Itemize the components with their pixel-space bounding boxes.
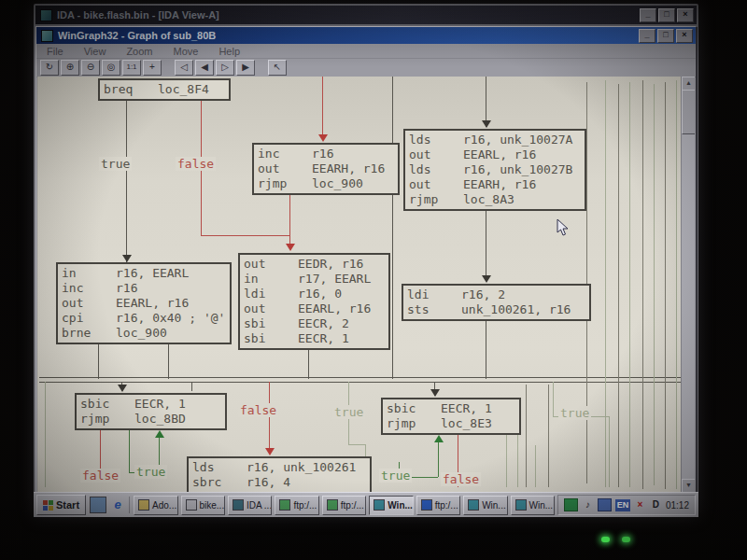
instruction-row: incr16 [258, 147, 394, 161]
zoom-in-button[interactable]: ⊕ [61, 60, 79, 76]
task-app-icon [468, 499, 479, 511]
task-button[interactable]: ftp:/... [322, 496, 366, 515]
operands: r17, EEARL [298, 272, 371, 287]
menu-zoom[interactable]: Zoom [120, 45, 159, 58]
start-button[interactable]: Start [36, 495, 86, 515]
edge-segment [392, 77, 393, 379]
basic-block[interactable]: sbicEECR, 1rjmploc_8E3 [381, 398, 521, 435]
operands: r16, 4 [247, 475, 290, 490]
scrollbar-thumb[interactable] [682, 90, 695, 134]
wingraph-maximize-button[interactable]: □ [657, 29, 674, 43]
basic-block[interactable]: ldsr16, unk_100261sbrcr16, 4 [187, 456, 372, 493]
select-tool-button[interactable]: ↖ [268, 60, 287, 76]
mnemonic: in [62, 266, 116, 281]
mouse-cursor [557, 218, 570, 237]
overview-button[interactable]: ◎ [102, 60, 120, 76]
mnemonic: out [244, 257, 298, 272]
basic-block[interactable]: breqloc_8F4 [98, 78, 231, 101]
task-button[interactable]: IDA ... [228, 496, 272, 515]
instruction-row: outEEARL, r16 [244, 301, 385, 316]
operands: EECR, 1 [441, 401, 492, 416]
basic-block[interactable]: sbicEECR, 1rjmploc_8BD [75, 393, 227, 430]
zoom-out-button[interactable]: ⊖ [81, 60, 100, 76]
basic-block[interactable]: ldir16, 2stsunk_100261, r16 [402, 284, 591, 321]
ida-minimize-button[interactable]: _ [640, 8, 656, 22]
offline-tray-icon[interactable]: × [634, 499, 646, 511]
task-button[interactable]: Ado... [134, 496, 177, 515]
monitor-photo: IDA - bike.flash.bin - [IDA View-A] _ □ … [0, 0, 747, 560]
display-tray-icon[interactable] [598, 498, 612, 511]
operands: r16, 0x40 ; '@' [116, 311, 225, 326]
nav-prev-button[interactable]: ◀ [195, 60, 214, 76]
scroll-down-button[interactable]: ▼ [682, 479, 695, 493]
wingraph-minimize-button[interactable]: _ [639, 29, 655, 43]
basic-block[interactable]: inr16, EEARLincr16outEEARL, r16cpir16, 0… [56, 262, 232, 344]
edge-label: true [379, 469, 412, 483]
edge-segment [98, 344, 99, 379]
scroll-up-button[interactable]: ▲ [682, 77, 695, 91]
operands: loc_8A3 [463, 192, 514, 207]
task-button[interactable]: ftp:/... [275, 496, 318, 515]
desktop-screen: IDA - bike.flash.bin - [IDA View-A] _ □ … [34, 4, 698, 517]
edge-segment [605, 80, 606, 487]
graph-area: breqloc_8F4incr16outEEARH, r16rjmploc_90… [39, 77, 684, 493]
edge-label: false [238, 403, 278, 417]
edge-arrow-icon [122, 255, 132, 262]
mnemonic: sbi [244, 316, 298, 331]
ime-tray-icon[interactable]: D [650, 499, 662, 511]
nav-last-button[interactable]: ▶ [236, 60, 255, 76]
mnemonic: lds [409, 133, 463, 147]
graph-canvas[interactable]: breqloc_8F4incr16outEEARH, r16rjmploc_90… [37, 77, 695, 493]
nav-next-button[interactable]: ▷ [216, 60, 234, 76]
operands: loc_900 [116, 326, 167, 341]
internet-explorer-icon[interactable]: e [110, 497, 125, 512]
menu-file[interactable]: File [40, 45, 70, 58]
task-button[interactable]: ftp:/... [416, 496, 460, 515]
edge-segment [676, 80, 677, 489]
task-app-icon [374, 499, 385, 511]
wingraph-titlebar[interactable]: WinGraph32 - Graph of sub_80B _ □ × [36, 27, 696, 44]
edge-segment [126, 99, 127, 263]
ida-close-button[interactable]: × [677, 8, 694, 22]
edge-segment [665, 82, 666, 489]
ida-maximize-button[interactable]: □ [658, 8, 675, 22]
edge-segment [629, 82, 630, 487]
volume-tray-icon[interactable]: ♪ [582, 499, 594, 511]
mnemonic: in [244, 272, 298, 287]
task-button[interactable]: Win... [511, 496, 555, 515]
vertical-scrollbar[interactable]: ▲ ▼ [681, 77, 695, 493]
operands: EECR, 2 [298, 316, 349, 331]
menu-view[interactable]: View [78, 45, 113, 58]
ida-window-titlebar[interactable]: IDA - bike.flash.bin - [IDA View-A] _ □ … [35, 6, 697, 24]
nav-first-button[interactable]: ◁ [175, 60, 193, 76]
menu-move[interactable]: Move [167, 45, 205, 58]
refresh-button[interactable]: ↻ [40, 60, 59, 76]
menu-help[interactable]: Help [212, 45, 247, 58]
operands: loc_900 [312, 176, 363, 191]
task-button[interactable]: Win... [369, 496, 413, 515]
show-desktop-icon[interactable] [90, 497, 106, 513]
instruction-row: rjmploc_8A3 [409, 192, 581, 207]
instruction-row: ldsr16, unk_10027B [409, 162, 581, 177]
taskbar: Start e Ado...bike....IDA ...ftp:/...ftp… [34, 492, 698, 517]
edge-segment [269, 382, 270, 453]
language-indicator[interactable]: EN [615, 499, 630, 511]
mnemonic: out [258, 161, 312, 176]
edge-label: true [134, 465, 167, 479]
center-button[interactable]: + [143, 60, 162, 76]
task-button[interactable]: bike.... [181, 496, 225, 515]
instruction-row: ldir16, 2 [407, 287, 585, 302]
basic-block[interactable]: ldsr16, unk_10027AoutEEARL, r16ldsr16, u… [403, 129, 586, 211]
operands: r16, unk_10027B [463, 162, 572, 177]
wingraph-close-button[interactable]: × [676, 29, 693, 43]
mnemonic: ldi [244, 287, 298, 301]
task-button[interactable]: Win... [463, 496, 507, 515]
operands: r16, EEARL [116, 266, 189, 281]
edge-label: false [176, 157, 216, 171]
zoom-100-button[interactable]: 1:1 [122, 60, 141, 76]
taskbar-divider [129, 497, 130, 513]
basic-block[interactable]: outEEDR, r16inr17, EEARLldir16, 0outEEAR… [238, 253, 390, 350]
task-app-icon [233, 499, 244, 511]
network-tray-icon[interactable] [564, 498, 578, 511]
basic-block[interactable]: incr16outEEARH, r16rjmploc_900 [252, 143, 400, 195]
